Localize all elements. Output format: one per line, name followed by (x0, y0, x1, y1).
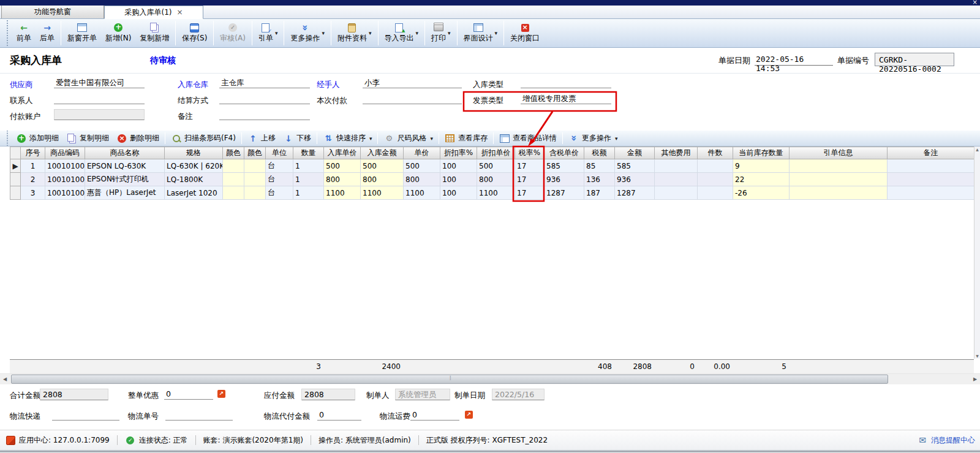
logistics-fee-field[interactable]: 0 (410, 409, 459, 421)
add-new-button[interactable]: 新增(N) (101, 22, 135, 45)
grid-cell[interactable]: 1100 (477, 186, 515, 200)
grid-cell[interactable] (655, 173, 698, 186)
grid-cell[interactable]: 936 (615, 173, 655, 186)
grid-header-3[interactable]: 规格 (165, 147, 223, 159)
grid-cell[interactable]: 500 (361, 159, 404, 173)
grid-cell[interactable]: 台 (266, 186, 293, 200)
grid-cell[interactable] (223, 186, 244, 200)
logistics-no-field[interactable] (165, 409, 233, 421)
quick-sort-button[interactable]: 快速排序▾ (319, 132, 376, 145)
grid-header-7[interactable]: 数量 (293, 147, 324, 159)
print-button[interactable]: 打印▾ (427, 22, 455, 45)
vertical-scrollbar[interactable]: ▲ ▼ (974, 147, 980, 359)
grid-header-1[interactable]: 商品编码 (45, 147, 85, 159)
view-product-button[interactable]: 查看商品详情 (496, 132, 560, 145)
prev-doc-button[interactable]: 前单 (12, 22, 36, 45)
ui-design-dropdown-icon[interactable]: ▾ (495, 30, 498, 36)
grid-cell[interactable]: 100101002 (45, 173, 85, 186)
grid-cell[interactable]: 187 (584, 186, 615, 200)
grid-cell[interactable]: 100101003 (45, 186, 85, 200)
horizontal-scrollbar[interactable]: ◀ ▶ (0, 373, 980, 384)
size-style-button[interactable]: 尺码风格▾ (380, 132, 437, 145)
grid-header-14[interactable]: 含税单价 (545, 147, 584, 159)
grid-cell[interactable] (244, 159, 266, 173)
grid-cell[interactable]: 9 (733, 159, 790, 173)
save-button[interactable]: 保存(S) (178, 22, 211, 45)
grid-cell[interactable]: 1287 (545, 186, 584, 200)
warehouse-field[interactable]: 主仓库 (219, 77, 310, 88)
grid-cell[interactable]: 台 (266, 173, 293, 186)
grid-cell[interactable]: LQ-630K | 620K (165, 159, 223, 173)
grid-cell[interactable]: 1 (293, 159, 324, 173)
grid-cell[interactable]: 100101001 (45, 159, 85, 173)
grid-header-18[interactable]: 件数 (698, 147, 733, 159)
grid-cell[interactable]: EPSON针式打印机 (85, 173, 165, 186)
grid-header-19[interactable]: 当前库存数量 (733, 147, 790, 159)
scroll-left-icon[interactable]: ◀ (0, 375, 10, 384)
logistics-paid-field[interactable]: 0 (317, 409, 361, 421)
scroll-right-icon[interactable]: ▶ (970, 375, 980, 384)
grid-cell[interactable]: 17 (515, 186, 545, 200)
grid-header-21[interactable]: 备注 (888, 147, 974, 159)
scroll-down-icon[interactable]: ▼ (976, 354, 979, 358)
grid-cell[interactable]: LaserJet 1020 (165, 186, 223, 200)
grid-cell[interactable] (888, 159, 974, 173)
grid-header-4[interactable]: 颜色 (223, 147, 244, 159)
grid-cell[interactable] (244, 186, 266, 200)
edit-logistics-fee-icon[interactable] (463, 410, 474, 419)
grid-cell[interactable]: 台 (266, 159, 293, 173)
next-doc-button[interactable]: 后单 (36, 22, 59, 45)
grid-header-11[interactable]: 折扣率% (440, 147, 477, 159)
grid-cell[interactable]: 17 (515, 173, 545, 186)
grid-row-selector[interactable]: ▶ (10, 159, 21, 173)
more-actions-2-dropdown-icon[interactable]: ▾ (615, 135, 618, 142)
more-actions-2-button[interactable]: 更多操作▾ (565, 132, 622, 145)
grid-cell[interactable]: 1287 (615, 186, 655, 200)
grid-header-17[interactable]: 其他费用 (655, 147, 698, 159)
move-up-button[interactable]: 上移 (244, 132, 279, 145)
grid-header-6[interactable]: 单位 (266, 147, 293, 159)
more-actions-button[interactable]: 更多操作▾ (286, 22, 329, 45)
grid-cell[interactable]: 1100 (361, 186, 404, 200)
grid-header-2[interactable]: 商品名称 (85, 147, 165, 159)
grid-cell[interactable] (698, 173, 733, 186)
pull-doc-button[interactable]: 引单▾ (254, 22, 282, 45)
grid-cell[interactable]: 3 (21, 186, 45, 200)
payment-now-field[interactable] (363, 93, 462, 104)
grid-row-selector[interactable] (10, 173, 21, 186)
grid-cell[interactable] (790, 186, 888, 200)
grid-header-13[interactable]: 税率% (515, 147, 545, 159)
remark-field[interactable] (219, 109, 310, 120)
grid-header-8[interactable]: 入库单价 (324, 147, 361, 159)
grid-cell[interactable]: LQ-1800K (165, 173, 223, 186)
grid-cell[interactable]: 1 (293, 186, 324, 200)
tab-purchase-inbound[interactable]: 采购入库单(1) × (104, 6, 203, 19)
settle-method-field[interactable] (219, 93, 310, 104)
message-center-link[interactable]: 消息提醒中心 (917, 435, 975, 446)
grid-header-10[interactable]: 单价 (404, 147, 440, 159)
grid-cell[interactable]: 136 (584, 173, 615, 186)
grid-cell[interactable] (655, 159, 698, 173)
grid-cell[interactable]: 1 (293, 173, 324, 186)
grid-header-15[interactable]: 税额 (584, 147, 615, 159)
close-window-button[interactable]: 关闭窗口 (506, 22, 544, 45)
grid-cell[interactable]: 惠普（HP）LaserJet (85, 186, 165, 200)
grid-cell[interactable] (790, 159, 888, 173)
doc-date-field[interactable]: 2022-05-16 14:53 (755, 53, 833, 66)
tab-close-icon[interactable]: × (176, 8, 183, 17)
size-style-dropdown-icon[interactable]: ▾ (430, 135, 433, 142)
add-detail-button[interactable]: 添加明细 (12, 132, 62, 145)
move-down-button[interactable]: 下移 (279, 132, 315, 145)
grid-row-selector[interactable] (10, 186, 21, 200)
grid-cell[interactable]: 22 (733, 173, 790, 186)
grid-cell[interactable] (223, 159, 244, 173)
grid-header-5[interactable]: 颜色 (244, 147, 266, 159)
window-close-icon[interactable]: × (973, 0, 978, 6)
import-export-button[interactable]: 导入导出▾ (380, 22, 423, 45)
grid-cell[interactable]: 936 (545, 173, 584, 186)
ui-design-button[interactable]: 界面设计▾ (459, 22, 502, 45)
grid-header-12[interactable]: 折扣单价 (477, 147, 515, 159)
grid-cell[interactable] (888, 186, 974, 200)
grid-cell[interactable]: 85 (584, 159, 615, 173)
grid-cell[interactable]: 500 (477, 159, 515, 173)
